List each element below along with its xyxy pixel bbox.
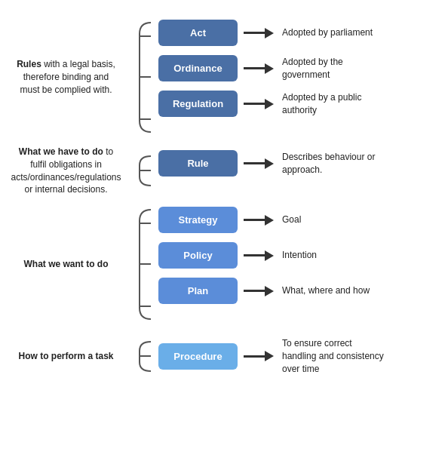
bracket-svg-wantto — [124, 202, 158, 327]
obligations-description: What we have to do to fulfil obligations… — [11, 146, 121, 196]
plan-button[interactable]: Plan — [158, 278, 238, 304]
group-wantto-label: What we want to do — [8, 202, 124, 327]
group-obligations-items: Rule Describes behaviour or approach. — [158, 146, 440, 196]
procedure-arrow — [238, 351, 279, 361]
item-procedure: Procedure To ensure correct handling and… — [158, 333, 440, 379]
arrow-head — [265, 99, 274, 109]
bracket-svg-rules — [124, 15, 158, 140]
group-wantto-items: Strategy Goal Policy Intention — [158, 202, 440, 327]
item-rule: Rule Describes behaviour or approach. — [158, 146, 440, 181]
item-ordinance: Ordinance Adopted by the government — [158, 51, 440, 86]
group-obligations-label: What we have to do to fulfil obligations… — [8, 146, 124, 196]
arrow-line — [244, 355, 265, 358]
group-howto-items: Procedure To ensure correct handling and… — [158, 333, 440, 379]
act-arrow — [238, 28, 279, 38]
policy-arrow — [238, 250, 279, 261]
item-strategy: Strategy Goal — [158, 202, 440, 238]
group-rules-items: Act Adopted by parliament Ordinance — [158, 15, 440, 140]
howto-description: How to perform a task — [18, 350, 113, 363]
plan-arrow — [238, 286, 279, 296]
bracket-svg-obligations — [124, 150, 158, 192]
arrow-line — [244, 219, 265, 221]
item-policy: Policy Intention — [158, 238, 440, 273]
regulation-button[interactable]: Regulation — [158, 91, 238, 117]
strategy-description: Goal — [279, 213, 388, 226]
arrow-head — [265, 28, 274, 38]
group-obligations: What we have to do to fulfil obligations… — [8, 146, 440, 196]
regulation-arrow — [238, 99, 279, 109]
item-regulation: Regulation Adopted by a public authority — [158, 86, 440, 121]
diagram: Rules with a legal basis, therefore bind… — [0, 0, 448, 476]
arrow-head — [265, 250, 274, 261]
arrow-head — [265, 351, 274, 361]
plan-description: What, where and how — [279, 284, 388, 297]
arrow-head — [265, 158, 274, 169]
policy-button[interactable]: Policy — [158, 242, 238, 269]
procedure-description: To ensure correct handling and consisten… — [279, 337, 388, 375]
group-wantto: What we want to do Strategy Goal — [8, 202, 440, 327]
item-plan: Plan What, where and how — [158, 273, 440, 309]
arrow-line — [244, 254, 265, 256]
policy-description: Intention — [279, 249, 388, 262]
bracket-svg-howto — [124, 336, 158, 377]
bracket-rules — [124, 15, 158, 140]
arrow-line — [244, 162, 265, 164]
ordinance-button[interactable]: Ordinance — [158, 55, 238, 81]
rule-description: Describes behaviour or approach. — [279, 151, 388, 177]
bracket-wantto — [124, 202, 158, 327]
rules-description: Rules with a legal basis, therefore bind… — [14, 58, 118, 96]
act-description: Adopted by parliament — [279, 26, 388, 39]
procedure-button[interactable]: Procedure — [158, 343, 238, 370]
arrow-head — [265, 286, 274, 296]
item-act: Act Adopted by parliament — [158, 15, 440, 51]
bracket-howto — [124, 333, 158, 379]
rule-arrow — [238, 158, 279, 169]
strategy-arrow — [238, 215, 279, 226]
rule-button[interactable]: Rule — [158, 150, 238, 177]
arrow-line — [244, 32, 265, 34]
wantto-description: What we want to do — [24, 258, 109, 271]
regulation-description: Adopted by a public authority — [279, 91, 388, 117]
group-rules-label: Rules with a legal basis, therefore bind… — [8, 15, 124, 140]
group-howto: How to perform a task Procedure To ensur… — [8, 333, 440, 379]
arrow-line — [244, 67, 265, 69]
arrow-line — [244, 103, 265, 105]
act-button[interactable]: Act — [158, 20, 238, 46]
arrow-head — [265, 63, 274, 74]
arrow-line — [244, 290, 265, 292]
ordinance-arrow — [238, 63, 279, 74]
ordinance-description: Adopted by the government — [279, 56, 388, 81]
group-rules: Rules with a legal basis, therefore bind… — [8, 15, 440, 140]
bracket-obligations — [124, 146, 158, 196]
strategy-button[interactable]: Strategy — [158, 207, 238, 233]
group-howto-label: How to perform a task — [8, 333, 124, 379]
arrow-head — [265, 215, 274, 226]
